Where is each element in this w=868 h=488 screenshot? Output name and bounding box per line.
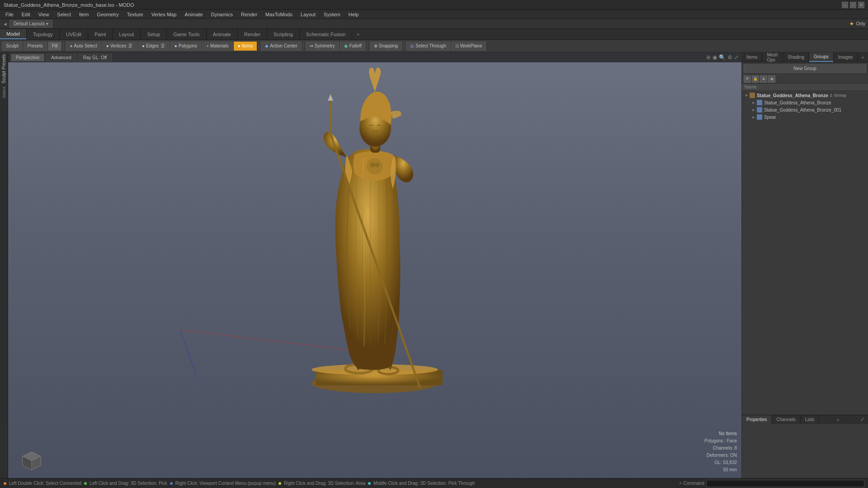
menu-view[interactable]: View bbox=[35, 11, 53, 18]
menu-render[interactable]: Render bbox=[237, 11, 261, 18]
maximize-button[interactable]: □ bbox=[850, 2, 856, 8]
tab-groups[interactable]: Groups bbox=[809, 52, 834, 62]
default-layouts-button[interactable]: Default Layouts ▾ bbox=[9, 20, 53, 28]
vp-link-icon[interactable]: ⊛ bbox=[706, 54, 711, 61]
rb-tab-channels[interactable]: Channels bbox=[772, 415, 801, 424]
group-root-label: Statue_Goddess_Athena_Bronze bbox=[757, 93, 828, 98]
menu-texture[interactable]: Texture bbox=[123, 11, 147, 18]
vp-search-icon[interactable]: 🔍 bbox=[719, 54, 726, 61]
right-panel: Items Mesh Ops Shading Groups Images + N… bbox=[741, 52, 868, 478]
menu-dynamics[interactable]: Dynamics bbox=[208, 11, 236, 18]
vp-tab-advanced[interactable]: Advanced bbox=[46, 54, 76, 61]
tab-game-tools[interactable]: Game Tools bbox=[167, 29, 207, 39]
rb-add-tab-button[interactable]: + bbox=[833, 415, 843, 424]
sculpt-button[interactable]: Sculpt bbox=[2, 42, 23, 51]
minimize-button[interactable]: ─ bbox=[842, 2, 848, 8]
group-render-icon[interactable]: ◈ bbox=[760, 75, 767, 83]
group-eye-icon[interactable]: 👁 bbox=[744, 75, 751, 83]
status-dot-1 bbox=[4, 482, 6, 485]
tab-images[interactable]: Images bbox=[834, 52, 858, 62]
tab-topology[interactable]: Topology bbox=[27, 29, 60, 39]
tree-item-1[interactable]: ► Statue_Goddess_Athena_Bronze bbox=[750, 99, 867, 106]
vertices-button[interactable]: ● Vertices 2 bbox=[102, 42, 137, 51]
vp-tab-ray-gl[interactable]: Ray GL: Off bbox=[78, 54, 112, 61]
window-controls[interactable]: ─ □ ✕ bbox=[842, 2, 864, 8]
group-solo-icon[interactable]: ◉ bbox=[768, 75, 775, 83]
edges-button[interactable]: ● Edges 2 bbox=[138, 42, 170, 51]
menu-geometry[interactable]: Geometry bbox=[93, 11, 122, 18]
tab-items[interactable]: Items bbox=[742, 52, 762, 62]
chevron-right-icon-3: ► bbox=[752, 115, 755, 119]
select-through-button[interactable]: ◎ Select Through bbox=[406, 42, 450, 51]
vp-camera-icon[interactable]: ◉ bbox=[712, 54, 717, 61]
close-button[interactable]: ✕ bbox=[858, 2, 864, 8]
menu-animate[interactable]: Animate bbox=[181, 11, 206, 18]
menu-edit[interactable]: Edit bbox=[18, 11, 34, 18]
tab-paint[interactable]: Paint bbox=[88, 29, 113, 39]
items-label: Items bbox=[242, 43, 253, 48]
viewport-icons: ⊛ ◉ 🔍 ⚙ ⤢ bbox=[706, 54, 739, 61]
symmetry-button[interactable]: ⇔ Symmetry bbox=[306, 42, 339, 51]
menu-layout[interactable]: Layout bbox=[297, 11, 319, 18]
tab-scripting[interactable]: Scripting bbox=[267, 29, 300, 39]
right-bottom-properties bbox=[742, 424, 868, 478]
tab-model[interactable]: Model bbox=[0, 29, 27, 39]
sculpt-presets-tab[interactable]: Sculpt Presets bbox=[0, 52, 7, 85]
group-type-icon bbox=[750, 93, 755, 98]
tab-animate[interactable]: Animate bbox=[207, 29, 238, 39]
tree-item-2[interactable]: ► Statue_Goddess_Athena_Bronze_001 bbox=[750, 106, 867, 113]
vp-settings-icon[interactable]: ⚙ bbox=[727, 54, 732, 61]
tab-setup[interactable]: Setup bbox=[141, 29, 167, 39]
layout-arrow-left[interactable]: ◄ bbox=[3, 21, 8, 27]
vp-expand-icon[interactable]: ⤢ bbox=[734, 54, 739, 61]
add-panel-tab-button[interactable]: + bbox=[858, 52, 868, 62]
materials-button[interactable]: ● Materials bbox=[202, 42, 233, 51]
add-tab-button[interactable]: + bbox=[352, 29, 364, 39]
only-label[interactable]: Only bbox=[856, 21, 865, 26]
window-title: Statue_Goddess_Athena_Bronze_modo_base.l… bbox=[4, 2, 134, 8]
items-button[interactable]: ● Items bbox=[234, 42, 257, 51]
group-lock-icon[interactable]: 🔒 bbox=[752, 75, 759, 83]
group-root-item[interactable]: ▼ Statue_Goddess_Athena_Bronze 2 Group bbox=[743, 92, 867, 99]
rb-tab-properties[interactable]: Properties bbox=[742, 415, 772, 424]
action-center-button[interactable]: ◈ Action Center bbox=[261, 42, 302, 51]
tree-item-spear[interactable]: ► Spear bbox=[750, 113, 867, 121]
command-input[interactable] bbox=[706, 480, 864, 487]
snapping-button[interactable]: ⊕ Snapping bbox=[370, 42, 402, 51]
tab-render[interactable]: Render bbox=[238, 29, 267, 39]
status-text-2: Left Click and Drag: 3D Selection: Pick bbox=[90, 481, 167, 486]
separator-3 bbox=[303, 42, 304, 50]
view-cube[interactable] bbox=[22, 451, 42, 471]
menu-file[interactable]: File bbox=[2, 11, 17, 18]
menu-item[interactable]: Item bbox=[75, 11, 92, 18]
edges-label: Edges bbox=[146, 43, 159, 48]
presets-button[interactable]: Presets bbox=[24, 42, 47, 51]
tab-uvedit[interactable]: UVEdit bbox=[60, 29, 88, 39]
statue-svg bbox=[280, 67, 470, 397]
rb-tab-lists[interactable]: Lists bbox=[801, 415, 820, 424]
auto-select-icon: ● bbox=[70, 43, 72, 48]
select-tab[interactable]: Select bbox=[1, 85, 7, 100]
layout-bar: ◄ Default Layouts ▾ ★ Only bbox=[0, 19, 868, 29]
rb-expand-button[interactable]: ⤢ bbox=[857, 415, 868, 424]
tab-shading[interactable]: Shading bbox=[783, 52, 809, 62]
workplane-button[interactable]: ⊟ WorkPlane bbox=[451, 42, 486, 51]
menu-system[interactable]: System bbox=[320, 11, 344, 18]
tab-layout[interactable]: Layout bbox=[113, 29, 141, 39]
menu-vertex-map[interactable]: Vertex Map bbox=[148, 11, 180, 18]
vp-tab-perspective[interactable]: Perspective bbox=[11, 54, 44, 61]
menu-maxtomodo[interactable]: MaxToModo bbox=[262, 11, 296, 18]
auto-select-button[interactable]: ● Auto Select bbox=[66, 42, 101, 51]
new-group-button[interactable]: New Group bbox=[744, 64, 866, 73]
polygons-button[interactable]: ● Polygons bbox=[170, 42, 201, 51]
auto-select-label: Auto Select bbox=[74, 43, 97, 48]
menu-select[interactable]: Select bbox=[53, 11, 75, 18]
tab-mesh-ops[interactable]: Mesh Ops bbox=[762, 52, 783, 62]
menu-help[interactable]: Help bbox=[345, 11, 363, 18]
tab-schematic-fusion[interactable]: Schematic Fusion bbox=[300, 29, 352, 39]
falloff-label: Falloff bbox=[349, 43, 362, 48]
falloff-button[interactable]: ◉ Falloff bbox=[340, 42, 366, 51]
select-through-icon: ◎ bbox=[410, 43, 414, 48]
fill-button[interactable]: Fill bbox=[48, 42, 62, 51]
action-center-icon: ◈ bbox=[265, 43, 269, 48]
